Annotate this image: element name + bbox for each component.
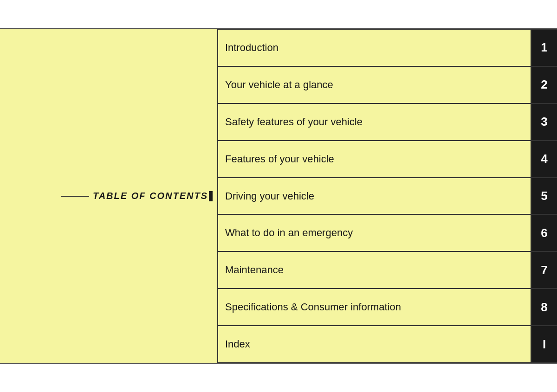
chapter-row[interactable]: Driving your vehicle 5: [218, 178, 557, 215]
chapter-title-driving: Driving your vehicle: [218, 178, 531, 214]
chapter-number-6: 6: [531, 215, 557, 251]
left-panel: TABLE OF CONTENTS: [0, 29, 218, 363]
chapter-number-8: 8: [531, 289, 557, 325]
chapter-number-2: 2: [531, 67, 557, 103]
main-content: TABLE OF CONTENTS Introduction 1 Your ve…: [0, 29, 557, 363]
chapter-title-index: Index: [218, 326, 531, 362]
chapter-number-5: 5: [531, 178, 557, 214]
bottom-border-line: [0, 363, 557, 364]
chapter-number-4: 4: [531, 141, 557, 177]
chapter-title-safety-features: Safety features of your vehicle: [218, 104, 531, 140]
right-panel: Introduction 1 Your vehicle at a glance …: [218, 29, 557, 363]
page-container: TABLE OF CONTENTS Introduction 1 Your ve…: [0, 0, 557, 392]
chapter-row[interactable]: Features of your vehicle 4: [218, 141, 557, 178]
toc-cursor: [209, 191, 213, 201]
chapter-row[interactable]: Specifications & Consumer information 8: [218, 289, 557, 326]
chapter-number-1: 1: [531, 30, 557, 66]
chapter-row[interactable]: Safety features of your vehicle 3: [218, 104, 557, 141]
chapter-row[interactable]: What to do in an emergency 6: [218, 215, 557, 252]
toc-label: TABLE OF CONTENTS: [93, 191, 208, 201]
chapter-title-emergency: What to do in an emergency: [218, 215, 531, 251]
chapter-row[interactable]: Introduction 1: [218, 29, 557, 67]
chapter-title-maintenance: Maintenance: [218, 252, 531, 288]
chapter-title-vehicle-glance: Your vehicle at a glance: [218, 67, 531, 103]
toc-line: [61, 196, 89, 197]
chapter-number-7: 7: [531, 252, 557, 288]
chapter-title-specifications: Specifications & Consumer information: [218, 289, 531, 325]
chapter-number-3: 3: [531, 104, 557, 140]
toc-label-container: TABLE OF CONTENTS: [61, 191, 213, 201]
chapter-row[interactable]: Maintenance 7: [218, 252, 557, 289]
chapter-row[interactable]: Your vehicle at a glance 2: [218, 67, 557, 104]
chapter-title-vehicle-features: Features of your vehicle: [218, 141, 531, 177]
chapter-title-introduction: Introduction: [218, 30, 531, 66]
chapter-row[interactable]: Index I: [218, 326, 557, 363]
chapter-number-index: I: [531, 326, 557, 362]
